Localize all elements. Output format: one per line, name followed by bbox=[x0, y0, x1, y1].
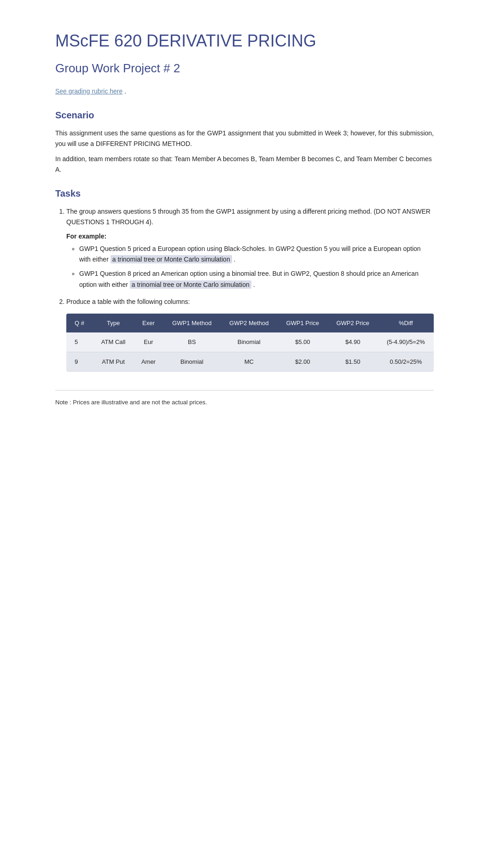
example1-highlight: a trinomial tree or Monte Carlo simulati… bbox=[111, 255, 232, 263]
table-cell: 9 bbox=[66, 352, 93, 371]
for-example-label: For example: bbox=[66, 231, 434, 242]
grading-line: See grading rubric here . bbox=[55, 86, 434, 96]
col-header-gwp1method: GWP1 Method bbox=[163, 314, 221, 332]
table-cell: Binomial bbox=[221, 332, 278, 352]
main-title: MScFE 620 DERIVATIVE PRICING bbox=[55, 28, 434, 54]
scenario-heading: Scenario bbox=[55, 108, 434, 122]
tasks-list: The group answers questions 5 through 35… bbox=[66, 206, 434, 372]
example-item-1: GWP1 Question 5 priced a European option… bbox=[79, 244, 434, 265]
task1-text: The group answers questions 5 through 35… bbox=[66, 208, 431, 226]
grading-rubric-link[interactable]: See grading rubric here bbox=[55, 87, 122, 95]
table-row: 5ATM CallEurBSBinomial$5.00$4.90(5-4.90)… bbox=[66, 332, 434, 352]
table-cell: $5.00 bbox=[278, 332, 328, 352]
table-container: Q # Type Exer GWP1 Method GWP2 Method GW… bbox=[66, 314, 434, 372]
note-section: Note : Prices are illustrative and are n… bbox=[55, 390, 434, 408]
table-cell: ATM Call bbox=[93, 332, 134, 352]
note-text: Note : Prices are illustrative and are n… bbox=[55, 399, 207, 406]
table-cell: (5-4.90)/5=2% bbox=[378, 332, 434, 352]
col-header-gwp2method: GWP2 Method bbox=[221, 314, 278, 332]
table-body: 5ATM CallEurBSBinomial$5.00$4.90(5-4.90)… bbox=[66, 332, 434, 371]
scenario-paragraph2: In addition, team members rotate so that… bbox=[55, 154, 434, 175]
data-table: Q # Type Exer GWP1 Method GWP2 Method GW… bbox=[66, 314, 434, 372]
col-header-gwp1price: GWP1 Price bbox=[278, 314, 328, 332]
example2-part2: . bbox=[253, 281, 255, 288]
col-header-type: Type bbox=[93, 314, 134, 332]
task2-text: Produce a table with the following colum… bbox=[66, 298, 190, 305]
col-header-q: Q # bbox=[66, 314, 93, 332]
table-cell: Amer bbox=[134, 352, 163, 371]
col-header-pctdiff: %Diff bbox=[378, 314, 434, 332]
col-header-gwp2price: GWP2 Price bbox=[328, 314, 378, 332]
example1-part2: . bbox=[234, 256, 236, 263]
table-cell: 5 bbox=[66, 332, 93, 352]
example-item-2: GWP1 Question 8 priced an American optio… bbox=[79, 268, 434, 290]
tasks-heading: Tasks bbox=[55, 186, 434, 201]
example2-highlight: a trinomial tree or Monte Carlo simulati… bbox=[130, 280, 251, 289]
grading-link-suffix: . bbox=[124, 87, 126, 95]
table-cell: ATM Put bbox=[93, 352, 134, 371]
sub-title: Group Work Project # 2 bbox=[55, 59, 434, 78]
table-cell: $4.90 bbox=[328, 332, 378, 352]
table-cell: $1.50 bbox=[328, 352, 378, 371]
col-header-exer: Exer bbox=[134, 314, 163, 332]
example-list: GWP1 Question 5 priced a European option… bbox=[79, 244, 434, 290]
task-item-2: Produce a table with the following colum… bbox=[66, 297, 434, 372]
task-item-1: The group answers questions 5 through 35… bbox=[66, 206, 434, 290]
table-cell: BS bbox=[163, 332, 221, 352]
table-cell: MC bbox=[221, 352, 278, 371]
table-cell: 0.50/2=25% bbox=[378, 352, 434, 371]
table-cell: Eur bbox=[134, 332, 163, 352]
scenario-paragraph1: This assignment uses the same questions … bbox=[55, 128, 434, 149]
table-cell: $2.00 bbox=[278, 352, 328, 371]
table-header-row: Q # Type Exer GWP1 Method GWP2 Method GW… bbox=[66, 314, 434, 332]
table-row: 9ATM PutAmerBinomialMC$2.00$1.500.50/2=2… bbox=[66, 352, 434, 371]
table-cell: Binomial bbox=[163, 352, 221, 371]
